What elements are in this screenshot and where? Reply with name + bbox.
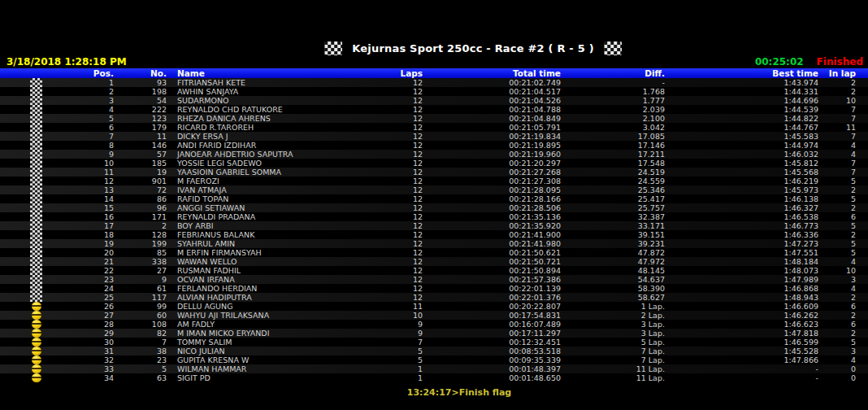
result-row[interactable]: 15 96 ANGGI SETIAWAN 12 00:21:28.506 25.… <box>0 203 868 212</box>
rider-name-cell: SUDARMONO <box>167 96 382 105</box>
flag-cell <box>30 212 42 221</box>
number-cell: 61 <box>114 284 167 293</box>
result-row[interactable]: 32 23 GUPITA KRESNA W 5 00:09:35.339 7 L… <box>0 355 868 364</box>
result-row[interactable]: 28 108 AM FADLY 9 00:16:07.489 3 Lap. 1:… <box>0 320 868 329</box>
result-row[interactable]: 27 60 WAHYU AJI TRILAKSANA 10 00:17:54.8… <box>0 311 868 320</box>
result-row[interactable]: 23 9 OCVAN IRFANA 12 00:21:57.386 54.637… <box>0 275 868 284</box>
rider-name-cell: AM FADLY <box>167 320 382 329</box>
in-lap-cell: 2 <box>818 87 856 96</box>
result-row[interactable]: 24 61 FERLANDO HERDIAN 12 00:22:01.139 5… <box>0 284 868 293</box>
laps-cell: 1 <box>382 373 423 382</box>
result-row[interactable]: 17 2 BOY ARBI 12 00:21:35.920 33.171 1:4… <box>0 221 868 230</box>
diff-cell: 17.548 <box>561 159 665 168</box>
column-header-no[interactable]: No. <box>114 68 167 78</box>
position-cell: 28 <box>42 320 114 329</box>
best-time-cell: 1:46.609 <box>665 302 818 311</box>
yellow-ball-icon <box>32 302 41 311</box>
rider-name-cell: TOMMY SALIM <box>167 338 382 347</box>
race-title: Kejurnas Sport 250cc - Race #2 ( R - 5 ) <box>352 42 594 55</box>
rider-name-cell: M FAEROZI <box>167 177 382 185</box>
diff-cell: 47.872 <box>561 248 665 257</box>
laps-cell: 12 <box>382 257 423 266</box>
number-cell: 179 <box>114 123 167 132</box>
column-header-laps[interactable]: Laps <box>382 68 423 78</box>
result-row[interactable]: 2 198 AWHIN SANJAYA 12 00:21:04.517 1.76… <box>0 87 868 96</box>
laps-cell: 12 <box>382 194 423 203</box>
rider-name-cell: NICO JULIAN <box>167 347 382 355</box>
result-row[interactable]: 29 82 M IMAN MICKO ERYANDI 9 00:17:11.29… <box>0 329 868 338</box>
column-header-pos[interactable]: Pos. <box>42 68 114 78</box>
in-lap-cell: 2 <box>818 329 856 338</box>
total-time-cell: 00:22:01.376 <box>423 293 561 302</box>
laps-cell: 12 <box>382 248 423 257</box>
rider-name-cell: WAHYU AJI TRILAKSANA <box>167 311 382 320</box>
result-row[interactable]: 14 86 RAFID TOPAN 12 00:21:28.166 25.417… <box>0 194 868 203</box>
position-cell: 15 <box>42 203 114 212</box>
flag-cell <box>30 320 42 329</box>
laps-cell: 12 <box>382 159 423 168</box>
result-row[interactable]: 22 27 RUSMAN FADHIL 12 00:21:50.894 48.1… <box>0 266 868 275</box>
in-lap-cell: 7 <box>818 168 856 177</box>
result-row[interactable]: 30 7 TOMMY SALIM 7 00:12:32.451 5 Lap. 1… <box>0 338 868 347</box>
yellow-ball-icon <box>32 347 41 355</box>
result-row[interactable]: 12 901 M FAEROZI 12 00:21:27.308 24.559 … <box>0 177 868 185</box>
column-header-best-time[interactable]: Best time <box>665 68 818 78</box>
laps-cell: 11 <box>382 302 423 311</box>
flag-cell <box>30 266 42 275</box>
position-cell: 30 <box>42 338 114 347</box>
result-row[interactable]: 4 222 REYNALDO CHD RATUKORE 12 00:21:04.… <box>0 105 868 114</box>
result-row[interactable]: 33 5 WILMAN HAMMAR 1 00:01:48.397 11 Lap… <box>0 364 868 373</box>
number-cell: 146 <box>114 141 167 150</box>
total-time-cell: 00:12:32.451 <box>423 338 561 347</box>
diff-cell: 25.757 <box>561 203 665 212</box>
rider-name-cell: FERLANDO HERDIAN <box>167 284 382 293</box>
result-row[interactable]: 16 171 REYNALDI PRADANA 12 00:21:35.136 … <box>0 212 868 221</box>
result-row[interactable]: 11 19 YAASIOIN GABRIEL SOMMA 12 00:21:27… <box>0 168 868 177</box>
race-clock: 00:25:02 <box>755 56 804 68</box>
result-row[interactable]: 20 85 M ERFIN FIRMANSYAH 12 00:21:50.621… <box>0 248 868 257</box>
best-time-cell: - <box>665 364 818 373</box>
number-cell: 901 <box>114 177 167 185</box>
result-row[interactable]: 1 93 FITRIANSAH KETE 12 00:21:02.749 - 1… <box>0 78 868 87</box>
result-row[interactable]: 26 99 DELLU AGUNG 11 00:20:22.807 1 Lap.… <box>0 302 868 311</box>
column-header-total-time[interactable]: Total time <box>423 68 561 78</box>
best-time-cell: 1:44.696 <box>665 96 818 105</box>
diff-cell: 2.039 <box>561 105 665 114</box>
diff-cell: 3.042 <box>561 123 665 132</box>
laps-cell: 12 <box>382 293 423 302</box>
diff-cell: 17.211 <box>561 150 665 159</box>
result-row[interactable]: 21 338 WAWAN WELLO 12 00:21:50.721 47.97… <box>0 257 868 266</box>
result-row[interactable]: 19 199 SYAHRUL AMIN 12 00:21:41.980 39.2… <box>0 239 868 248</box>
result-row[interactable]: 18 128 FEBRIANUS BALANK 12 00:21:41.900 … <box>0 230 868 239</box>
result-row[interactable]: 9 57 JANOEAR AHDETRIO SAPUTRA 12 00:21:1… <box>0 150 868 159</box>
rider-name-cell: JANOEAR AHDETRIO SAPUTRA <box>167 150 382 159</box>
checkered-flag-icon <box>30 78 42 87</box>
result-row[interactable]: 31 38 NICO JULIAN 5 00:08:53.518 7 Lap. … <box>0 347 868 355</box>
result-row[interactable]: 6 179 RICARD R.TAROREH 12 00:21:05.791 3… <box>0 123 868 132</box>
result-row[interactable]: 7 11 DICKY ERSA J 12 00:21:19.834 17.085… <box>0 132 868 141</box>
result-row[interactable]: 13 72 IVAN ATMAJA 12 00:21:28.095 25.346… <box>0 185 868 194</box>
number-cell: 2 <box>114 221 167 230</box>
column-header-diff[interactable]: Diff. <box>561 68 665 78</box>
best-time-cell: 1:47.866 <box>665 355 818 364</box>
position-cell: 32 <box>42 355 114 364</box>
result-row[interactable]: 3 54 SUDARMONO 12 00:21:04.526 1.777 1:4… <box>0 96 868 105</box>
checkered-flag-icon <box>30 212 42 221</box>
result-row[interactable]: 34 63 SIGIT PD 1 00:01:48.650 11 Lap. - … <box>0 373 868 382</box>
laps-cell: 12 <box>382 185 423 194</box>
result-row[interactable]: 8 146 ANDI FARID IZDIHAR 12 00:21:19.895… <box>0 141 868 150</box>
diff-cell: 48.145 <box>561 266 665 275</box>
best-time-cell: 1:46.868 <box>665 284 818 293</box>
in-lap-cell: 0 <box>818 364 856 373</box>
result-row[interactable]: 5 123 RHEZA DANICA AHRENS 12 00:21:04.84… <box>0 114 868 123</box>
column-header-in-lap[interactable]: In lap <box>818 68 856 78</box>
column-header-name[interactable]: Name <box>167 68 382 78</box>
in-lap-cell: 11 <box>818 123 856 132</box>
number-cell: 86 <box>114 194 167 203</box>
yellow-ball-icon <box>32 373 41 382</box>
position-cell: 8 <box>42 141 114 150</box>
result-row[interactable]: 25 117 ALVIAN HADIPUTRA 12 00:22:01.376 … <box>0 293 868 302</box>
best-time-cell: 1:46.138 <box>665 194 818 203</box>
table-header: Pos. No. Name Laps Total time Diff. Best… <box>0 68 868 78</box>
result-row[interactable]: 10 185 YOSSIE LEGI SADEWO 12 00:21:20.29… <box>0 159 868 168</box>
